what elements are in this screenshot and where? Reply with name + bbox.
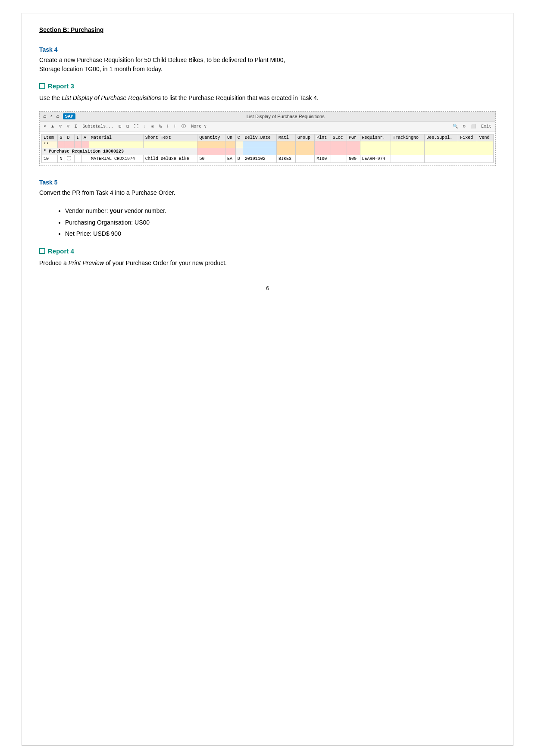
col-i: I (74, 134, 81, 141)
col-requisnr: Requisnr. (360, 134, 391, 141)
cell-sloc (331, 155, 347, 163)
report4-text: Produce a Print Preview of your Purchase… (39, 258, 496, 268)
toolbar-percent[interactable]: ‰ (158, 124, 163, 129)
report3-text: Use the List Display of Purchase Requisi… (39, 93, 496, 103)
toolbar-layout[interactable]: ⬜ (469, 123, 477, 129)
purchase-req-table: Item S D I A Material Short Text Quantit… (41, 134, 494, 163)
toolbar-icon2[interactable]: ⊟ (125, 123, 130, 129)
col-matl: Matl (276, 134, 295, 141)
cell-plnt: MI00 (315, 155, 331, 163)
report4-block: Report 4 Produce a Print Preview of your… (39, 247, 496, 268)
task4-section: Task 4 Create a new Purchase Requisition… (39, 46, 496, 74)
col-c: C (235, 134, 243, 141)
toolbar-find[interactable]: 🔍 (451, 123, 459, 129)
toolbar-download[interactable]: ↓ (142, 124, 147, 129)
col-deliv-date: Deliv.Date (243, 134, 276, 141)
report3-block: Report 3 Use the List Display of Purchas… (39, 82, 496, 103)
toolbar-sort-asc[interactable]: ▲ (50, 124, 55, 129)
cell-quantity: 50 (197, 155, 225, 163)
cell-requisnr: LEARN-974 (360, 155, 391, 163)
report3-title: Report 3 (39, 82, 496, 90)
toolbar-search[interactable]: ⌕ (42, 123, 47, 129)
col-vend: vend (477, 134, 494, 141)
cell-des-suppl (425, 155, 458, 163)
task5-bullets: Vendor number: your vendor number. Purch… (65, 206, 496, 238)
sap-toolbar: ⌕ ▲ ▽ ▽ Σ Subtotals... ⊞ ⊟ ⛶ ↓ ✉ ‰ ⊦ ⊦ ⓘ… (40, 122, 495, 131)
col-trackingno: TrackingNo (391, 134, 424, 141)
cell-summary-star: ** (42, 141, 58, 148)
cell-short-text: Child Deluxe Bike (143, 155, 197, 163)
col-short-text: Short Text (143, 134, 197, 141)
section-title: Section B: Purchasing (39, 26, 496, 33)
cell-group-label: * Purchase Requisition 10000223 (42, 148, 197, 155)
cell-a (81, 155, 89, 163)
task4-title: Task 4 (39, 46, 496, 53)
cell-material: MATERIAL CHDX1974 (89, 155, 143, 163)
col-un: Un (225, 134, 235, 141)
sap-table-area: Item S D I A Material Short Text Quantit… (40, 131, 495, 166)
col-a: A (81, 134, 89, 141)
sap-titlebar: ⌂ ‹ ⌂ SAP List Display of Purchase Requi… (40, 112, 495, 122)
cell-deliv-date: 20191102 (243, 155, 276, 163)
table-header-row: Item S D I A Material Short Text Quantit… (42, 134, 494, 141)
toolbar-info[interactable]: ⓘ (180, 123, 187, 130)
col-d: D (65, 134, 75, 141)
report4-title: Report 4 (39, 247, 496, 255)
page-number: 6 (39, 285, 496, 291)
task5-text: Convert the PR from Task 4 into a Purcha… (39, 188, 496, 197)
toolbar-filter2[interactable]: ▽ (66, 123, 71, 129)
col-material: Material (89, 134, 143, 141)
task4-text-line1: Create a new Purchase Requisition for 50… (39, 56, 285, 63)
nav-arrow-icon[interactable]: ‹ (50, 113, 53, 119)
toolbar-settings[interactable]: ⚙ (462, 123, 467, 129)
col-s: S (58, 134, 65, 141)
page-container: Section B: Purchasing Task 4 Create a ne… (22, 13, 513, 746)
task5-title: Task 5 (39, 179, 496, 186)
col-group: Group (296, 134, 315, 141)
toolbar-filter[interactable]: ▽ (58, 123, 63, 129)
col-plnt: Plnt (315, 134, 331, 141)
sap-container: ⌂ ‹ ⌂ SAP List Display of Purchase Requi… (39, 111, 496, 166)
col-item: Item (42, 134, 58, 141)
cell-s: N (58, 155, 65, 163)
toolbar-grid1[interactable]: ⊦ (166, 123, 170, 129)
col-pgr: PGr (347, 134, 360, 141)
cell-pgr: N00 (347, 155, 360, 163)
toolbar-exit[interactable]: Exit (480, 124, 493, 129)
task5-section: Task 5 Convert the PR from Task 4 into a… (39, 179, 496, 238)
cell-c: D (235, 155, 243, 163)
sap-logo: SAP (63, 113, 76, 119)
cell-i (74, 155, 81, 163)
task4-text-line2: Storage location TG00, in 1 month from t… (39, 66, 163, 72)
nav-back-icon[interactable]: ⌂ (43, 113, 46, 119)
toolbar-icon1[interactable]: ⊞ (117, 123, 122, 129)
sap-window-title: List Display of Purchase Requisitions (79, 114, 492, 119)
report4-square-icon (39, 248, 45, 254)
nav-home-icon[interactable]: ⌂ (56, 113, 59, 119)
cell-d-checkbox[interactable] (67, 156, 71, 160)
toolbar-subtotals[interactable]: Subtotals... (81, 124, 115, 129)
list-item: Vendor number: your vendor number. (65, 206, 496, 216)
toolbar-sum[interactable]: Σ (73, 124, 78, 129)
report3-square-icon (39, 83, 45, 89)
col-des-suppl: Des.Suppl. (425, 134, 458, 141)
toolbar-more[interactable]: More ∨ (190, 123, 208, 129)
col-sloc: SLoc (331, 134, 347, 141)
table-row: 10 N MATERIAL CHDX1974 Child Deluxe Bike… (42, 155, 494, 163)
col-fixed: Fixed (458, 134, 477, 141)
cell-fixed (458, 155, 477, 163)
toolbar-mail[interactable]: ✉ (150, 123, 155, 129)
cell-item-num: 10 (42, 155, 58, 163)
cell-trackingno (391, 155, 424, 163)
list-item: Purchasing Organisation: US00 (65, 218, 496, 227)
cell-un: EA (225, 155, 235, 163)
table-row: ** (42, 141, 494, 148)
toolbar-grid2[interactable]: ⊦ (173, 123, 178, 129)
toolbar-icon3[interactable]: ⛶ (133, 123, 140, 129)
col-quantity: Quantity (197, 134, 225, 141)
table-row: * Purchase Requisition 10000223 (42, 148, 494, 155)
cell-d (65, 155, 75, 163)
cell-matl: BIKES (276, 155, 295, 163)
cell-vend (477, 155, 494, 163)
cell-group (296, 155, 315, 163)
